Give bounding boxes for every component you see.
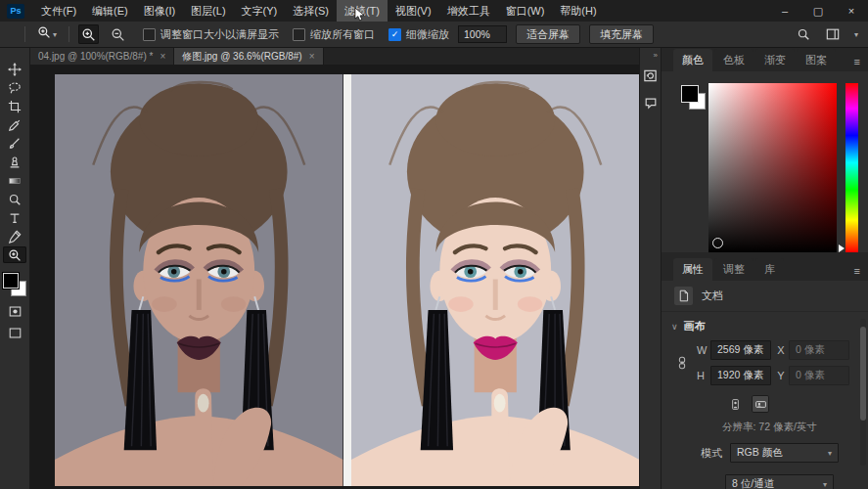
document-tab-bar: 04.jpg @ 100%(RGB/8#) *×修图.jpg @ 36.6%(R… bbox=[30, 48, 639, 65]
lasso-tool[interactable] bbox=[3, 79, 26, 96]
portrait-orientation-button[interactable] bbox=[726, 395, 744, 413]
orientation-buttons bbox=[662, 389, 868, 415]
foreground-color-swatch[interactable] bbox=[681, 85, 699, 103]
link-dimensions-icon[interactable] bbox=[669, 356, 695, 370]
workspace-switcher-icon[interactable] bbox=[823, 24, 843, 44]
divider bbox=[24, 26, 25, 42]
color-tab-渐变[interactable]: 渐变 bbox=[755, 49, 795, 71]
close-tab-icon[interactable]: × bbox=[309, 51, 315, 62]
minimize-button[interactable]: – bbox=[768, 0, 801, 22]
properties-tab-属性[interactable]: 属性 bbox=[673, 258, 712, 281]
x-field[interactable]: 0 像素 bbox=[789, 340, 849, 360]
color-panel: 颜色色板渐变图案≡ bbox=[662, 48, 868, 252]
bit-depth-value: 8 位/通道 bbox=[732, 477, 774, 489]
document-tab[interactable]: 修图.jpg @ 36.6%(RGB/8#)× bbox=[174, 48, 323, 65]
zoom-out-button[interactable] bbox=[108, 24, 128, 44]
bit-depth-select[interactable]: 8 位/通道 ▾ bbox=[725, 474, 834, 489]
document-viewport[interactable] bbox=[30, 65, 639, 489]
maximize-button[interactable]: ▢ bbox=[801, 0, 835, 22]
color-tab-颜色[interactable]: 颜色 bbox=[673, 49, 712, 71]
menu-窗口(W)[interactable]: 窗口(W) bbox=[498, 0, 553, 22]
saturation-brightness-box[interactable] bbox=[708, 83, 837, 252]
pen-tool[interactable] bbox=[3, 228, 26, 244]
x-label: X bbox=[771, 344, 789, 356]
clone-stamp-tool[interactable] bbox=[3, 154, 26, 170]
panel-menu-icon[interactable]: ≡ bbox=[854, 265, 860, 281]
magnifier-icon bbox=[37, 25, 51, 43]
width-field[interactable]: 2569 像素 bbox=[710, 340, 771, 360]
landscape-orientation-button[interactable] bbox=[752, 395, 769, 413]
properties-scrollbar[interactable] bbox=[860, 319, 866, 466]
unchecked-checkbox-icon[interactable]: ✓ bbox=[293, 28, 305, 41]
foreground-color-swatch[interactable] bbox=[3, 273, 19, 289]
properties-tab-调整[interactable]: 调整 bbox=[714, 258, 754, 281]
hue-slider-handle[interactable] bbox=[839, 244, 845, 252]
zoom-level-input[interactable]: 100% bbox=[458, 25, 507, 43]
zoom-tool-preset[interactable]: ▾ bbox=[34, 24, 60, 44]
gradient-tool[interactable] bbox=[3, 172, 26, 189]
menu-图像(I)[interactable]: 图像(I) bbox=[136, 0, 183, 22]
collapsed-panel-dock: » bbox=[639, 48, 661, 489]
document-tab[interactable]: 04.jpg @ 100%(RGB/8#) *× bbox=[30, 48, 174, 65]
checkbox-细微缩放[interactable]: ✓细微缩放 bbox=[388, 27, 449, 42]
color-mode-select[interactable]: RGB 颜色 ▾ bbox=[730, 443, 839, 463]
menu-增效工具[interactable]: 增效工具 bbox=[439, 0, 498, 22]
screen-mode-icon[interactable] bbox=[9, 327, 22, 339]
chevron-down-icon: ▾ bbox=[854, 30, 858, 39]
photo-before-retouch bbox=[55, 74, 343, 486]
chevron-down-icon: ▾ bbox=[823, 480, 827, 489]
brush-tool[interactable] bbox=[3, 135, 26, 152]
quick-mask-icon[interactable] bbox=[9, 305, 22, 318]
dodge-tool[interactable] bbox=[3, 191, 26, 207]
menu-视图(V)[interactable]: 视图(V) bbox=[388, 0, 439, 22]
image-divider bbox=[343, 74, 351, 486]
hue-slider[interactable] bbox=[845, 83, 858, 252]
eyedropper-tool[interactable] bbox=[3, 116, 26, 133]
tab-label: 04.jpg @ 100%(RGB/8#) * bbox=[38, 51, 153, 62]
chevron-down-icon: ∨ bbox=[671, 322, 678, 332]
type-tool[interactable] bbox=[3, 209, 26, 226]
color-picker-handle[interactable] bbox=[712, 238, 723, 248]
color-panel-tabs: 颜色色板渐变图案≡ bbox=[662, 48, 868, 71]
collapse-right-icon[interactable]: » bbox=[654, 51, 658, 60]
search-icon[interactable] bbox=[794, 24, 813, 44]
zoom-tool[interactable] bbox=[3, 246, 26, 263]
menu-选择(S)[interactable]: 选择(S) bbox=[285, 0, 337, 22]
y-field[interactable]: 0 像素 bbox=[789, 366, 849, 385]
height-field[interactable]: 1920 像素 bbox=[710, 366, 771, 385]
crop-tool[interactable] bbox=[3, 98, 26, 114]
menu-图层(L)[interactable]: 图层(L) bbox=[183, 0, 233, 22]
menu-文字(Y)[interactable]: 文字(Y) bbox=[234, 0, 286, 22]
zoom-in-button[interactable] bbox=[78, 24, 99, 44]
panel-menu-icon[interactable]: ≡ bbox=[854, 56, 860, 71]
close-button[interactable]: × bbox=[835, 0, 868, 22]
close-tab-icon[interactable]: × bbox=[160, 51, 165, 62]
checkbox-缩放所有窗口[interactable]: ✓缩放所有窗口 bbox=[293, 27, 375, 42]
color-tab-色板[interactable]: 色板 bbox=[714, 49, 754, 71]
history-panel-icon[interactable] bbox=[643, 68, 658, 87]
checkbox-调整窗口大小以满屏显示[interactable]: ✓调整窗口大小以满屏显示 bbox=[143, 27, 279, 42]
properties-tab-库[interactable]: 库 bbox=[755, 258, 784, 281]
photoshop-window: Ps 文件(F)编辑(E)图像(I)图层(L)文字(Y)选择(S)滤镜(T)视图… bbox=[0, 0, 868, 489]
move-tool[interactable] bbox=[3, 61, 26, 77]
scrollbar-thumb[interactable] bbox=[860, 327, 866, 421]
checked-checkbox-icon[interactable]: ✓ bbox=[388, 28, 401, 41]
zoom-option-checkboxes: ✓调整窗口大小以满屏显示✓缩放所有窗口✓细微缩放 bbox=[143, 27, 449, 42]
canvas-section-header[interactable]: ∨ 画布 bbox=[662, 312, 868, 337]
menu-文件(F)[interactable]: 文件(F) bbox=[33, 0, 84, 22]
comments-panel-icon[interactable] bbox=[644, 96, 658, 113]
unchecked-checkbox-icon[interactable]: ✓ bbox=[143, 28, 156, 41]
button-适合屏幕[interactable]: 适合屏幕 bbox=[516, 24, 580, 44]
mode-label: 模式 bbox=[701, 446, 722, 461]
color-tab-图案[interactable]: 图案 bbox=[797, 49, 836, 71]
button-填充屏幕[interactable]: 填充屏幕 bbox=[589, 24, 654, 44]
home-icon[interactable] bbox=[10, 24, 16, 44]
foreground-background-swatches[interactable] bbox=[3, 273, 26, 296]
divider bbox=[69, 26, 69, 42]
color-swatches[interactable] bbox=[675, 83, 708, 252]
document-label: 文档 bbox=[702, 289, 723, 303]
menu-滤镜(T)[interactable]: 滤镜(T) bbox=[337, 0, 388, 22]
checkbox-label: 细微缩放 bbox=[406, 27, 449, 42]
menu-编辑(E)[interactable]: 编辑(E) bbox=[84, 0, 136, 22]
menu-帮助(H)[interactable]: 帮助(H) bbox=[552, 0, 604, 22]
